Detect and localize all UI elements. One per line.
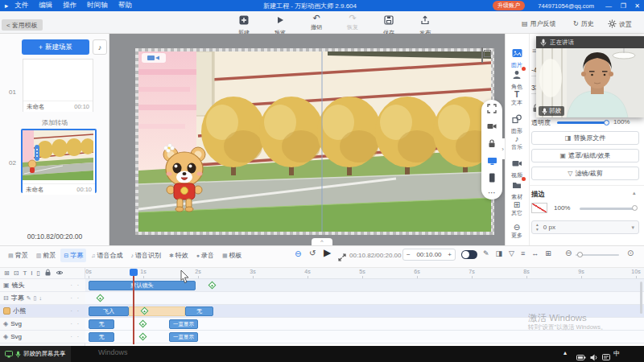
timeline-ruler[interactable]: 0s 1s 2s 3s 4s 5s 6s 7s 8s 9s 10s [85, 268, 644, 279]
dropdown-icon[interactable]: ▾ [631, 224, 634, 231]
replace-source-button[interactable]: ◨ 替换原文件 [531, 131, 639, 145]
settings-button[interactable]: 设置 [608, 19, 632, 30]
track-options[interactable]: · · [70, 282, 80, 288]
zoom-out-icon[interactable]: ⊖ [565, 249, 572, 257]
fit-width-icon[interactable]: ↔ [531, 249, 539, 257]
delete-track-icon[interactable]: ▯ [37, 269, 40, 277]
svg2-enter-animation[interactable]: 无 [89, 332, 114, 342]
track-options[interactable]: · · [70, 321, 80, 327]
stage-canvas[interactable] [138, 51, 491, 232]
import-subtitle-icon[interactable]: ↓ [39, 295, 42, 301]
tab-background[interactable]: ▤背景 [5, 249, 31, 262]
lock-icon[interactable] [487, 137, 497, 151]
stroke-opacity-slider[interactable] [580, 208, 636, 210]
bear-duration-span[interactable] [129, 306, 185, 316]
add-transition-button[interactable]: 添加转场 [0, 118, 109, 127]
tab-tts[interactable]: ♫语音合成 [88, 249, 126, 262]
tab-image[interactable]: 图片 [505, 47, 529, 68]
replay-icon[interactable]: ↺ [309, 249, 316, 257]
filter-crop-button[interactable]: ▽ 滤镜/裁剪 [531, 167, 639, 180]
tab-foreground[interactable]: ▥前景 [33, 249, 60, 262]
stepper-down-icon[interactable]: ▾ [536, 228, 539, 232]
svg1-enter-animation[interactable]: 无 [89, 319, 114, 329]
tab-character[interactable]: 角色 [505, 68, 529, 89]
feedback-button[interactable]: ▤ 用户反馈 [522, 19, 556, 28]
lane-subtitle[interactable] [85, 292, 644, 305]
tab-other[interactable]: ⊞ 其它 [505, 201, 529, 216]
canvas-collapse-tab[interactable]: ^ [312, 238, 332, 245]
stroke-color-swatch[interactable] [531, 203, 547, 213]
new-scene-button[interactable]: + 新建场景 [22, 39, 89, 55]
adjust-icon[interactable]: ≡ [521, 249, 525, 257]
tab-material[interactable]: 素材 [505, 179, 529, 200]
scene-duration-stepper[interactable]: − 00:10.00 + [402, 249, 456, 261]
group-icon[interactable]: ⊡ [14, 269, 19, 277]
opacity-slider[interactable] [557, 121, 607, 124]
apply-template-button[interactable]: < 套用模板 [2, 19, 43, 31]
track-row-svg-1[interactable]: ◈ Svg · · [0, 318, 85, 331]
scene-1-thumbnail[interactable]: 未命名 00:10 [23, 59, 93, 112]
svg2-display-mode[interactable]: 一直显示 [169, 332, 198, 342]
playhead-handle[interactable] [130, 269, 138, 276]
tab-effects[interactable]: ✱特效 [166, 249, 192, 262]
menu-help[interactable]: 帮助 [118, 1, 132, 10]
scene-2-thumbnail[interactable]: 未命名 00:10 [21, 129, 97, 193]
locate-playhead-icon[interactable]: ⊙ [627, 249, 634, 257]
ime-indicator[interactable]: 中 [613, 349, 620, 358]
collapse-section-icon[interactable]: ▴ [633, 190, 636, 196]
edit-subtitle-icon[interactable]: ✎ [483, 249, 489, 257]
stroke-slider-knob[interactable] [632, 205, 638, 211]
expand-preview-icon[interactable] [338, 250, 346, 265]
track-options[interactable]: · · [70, 334, 80, 339]
more-icon[interactable]: ⋯ [488, 189, 496, 197]
move-down-icon[interactable]: T [23, 269, 27, 277]
timeline-scrollbar[interactable] [640, 282, 642, 314]
menu-operate[interactable]: 操作 [63, 1, 76, 10]
bear-exit-animation[interactable]: 无 [185, 306, 213, 316]
track-row-bear[interactable]: 小熊 · · [0, 305, 85, 318]
lock-track-icon[interactable] [44, 269, 52, 278]
speaker-icon[interactable] [590, 350, 598, 362]
add-track-icon[interactable]: ⊞ [4, 269, 10, 277]
tab-music[interactable]: ♪ 音乐 [505, 135, 529, 150]
track-options[interactable]: · · [70, 308, 80, 314]
upgrade-account-button[interactable]: 升级账户 [493, 1, 525, 10]
filter-tracks-icon[interactable]: ▽ [509, 249, 514, 257]
close-button[interactable]: ✕ [634, 2, 640, 10]
menu-file[interactable]: 文件 [14, 1, 28, 10]
duration-plus-icon[interactable]: + [448, 251, 452, 258]
maximize-button[interactable]: ❐ [621, 2, 626, 10]
play-button[interactable]: ▶ [324, 248, 331, 257]
tab-text[interactable]: T 文本 [505, 91, 529, 105]
edit-subtitle-icon[interactable]: ✎ [27, 295, 31, 301]
tab-speech-recognition[interactable]: ♪语音识别 [127, 249, 164, 262]
tab-subtitle[interactable]: ⊟字幕 [60, 249, 86, 262]
camera-icon[interactable] [487, 120, 497, 134]
track-options[interactable]: · · [70, 295, 80, 301]
mask-sticker-effect-button[interactable]: ▣ 遮罩/贴纸/效果 [531, 149, 639, 162]
auto-play-toggle[interactable] [461, 250, 477, 259]
history-button[interactable]: ↻ 历史 [573, 19, 594, 28]
account-email[interactable]: 744971054@qq.com [538, 2, 594, 10]
grid-view-icon[interactable]: ⊞ [545, 249, 551, 257]
copy-icon[interactable] [481, 47, 483, 63]
notification-icon[interactable] [602, 350, 610, 362]
battery-icon[interactable] [576, 350, 586, 362]
svg1-display-mode[interactable]: 一直显示 [169, 319, 198, 329]
webcam-video[interactable] [536, 36, 644, 117]
scene-music-button[interactable]: ♪ [93, 39, 107, 55]
mobile-preview-icon[interactable] [487, 171, 497, 186]
bear-enter-animation[interactable]: 飞入 [89, 306, 129, 316]
track-row-camera[interactable]: ▣ 镜头 · · [0, 279, 85, 292]
menu-timeline[interactable]: 时间轴 [87, 1, 108, 10]
opacity-slider-knob[interactable] [604, 120, 609, 125]
tab-record[interactable]: ●录音 [193, 249, 217, 262]
tab-more[interactable]: ⊖ 更多 [505, 224, 529, 238]
screen-share-indicator[interactable]: 郭姣的屏幕共享 [0, 346, 71, 362]
stroke-width-stepper[interactable]: ▴ ▾ 0 px ▾ [531, 220, 639, 234]
split-icon[interactable]: ◨ [496, 249, 503, 257]
zoom-slider-knob[interactable] [577, 252, 583, 257]
tab-video[interactable]: 视频 [505, 157, 529, 178]
tray-expand-icon[interactable]: ▴ [564, 349, 567, 356]
move-up-icon[interactable]: I [31, 269, 32, 277]
